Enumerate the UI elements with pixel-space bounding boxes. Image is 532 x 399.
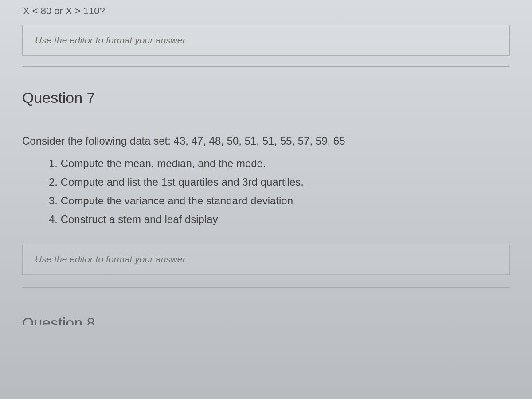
- prev-question-fragment: X < 80 or X > 110?: [23, 5, 510, 17]
- answer-editor-prev[interactable]: Use the editor to format your answer: [22, 25, 510, 56]
- next-question-partial: Question 8: [22, 314, 510, 325]
- page-container: X < 80 or X > 110? Use the editor to for…: [0, 0, 532, 325]
- editor-placeholder-current: Use the editor to format your answer: [35, 254, 497, 265]
- question-prompt: Consider the following data set: 43, 47,…: [22, 133, 510, 149]
- editor-placeholder-prev: Use the editor to format your answer: [35, 35, 497, 46]
- question-divider: [22, 66, 510, 67]
- list-item: 4. Construct a stem and leaf dsiplay: [49, 210, 510, 229]
- list-item: 3. Compute the variance and the standard…: [49, 192, 510, 210]
- question-list: 1. Compute the mean, median, and the mod…: [22, 154, 510, 229]
- list-item: 1. Compute the mean, median, and the mod…: [49, 154, 510, 173]
- divider-bottom: [22, 287, 510, 288]
- list-item: 2. Compute and list the 1st quartiles an…: [49, 173, 510, 192]
- question-title: Question 7: [22, 89, 510, 106]
- answer-editor-current[interactable]: Use the editor to format your answer: [22, 244, 510, 275]
